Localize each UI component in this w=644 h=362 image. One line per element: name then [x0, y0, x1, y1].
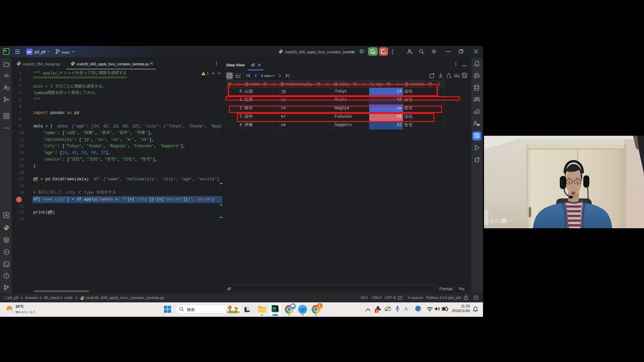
svg-text:2: 2	[384, 52, 386, 54]
svg-text:?: ?	[7, 87, 9, 90]
svg-text:PC: PC	[273, 307, 276, 309]
svg-text:k: k	[319, 304, 321, 308]
svg-text:1: 1	[376, 309, 377, 313]
